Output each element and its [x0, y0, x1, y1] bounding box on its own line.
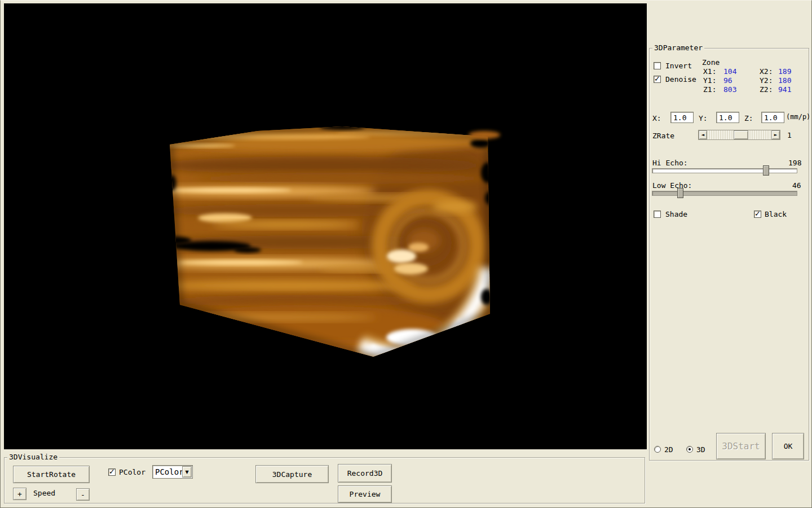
- pcolor-label: PColor: [119, 468, 145, 476]
- scale-z-input[interactable]: 1.0: [761, 112, 784, 123]
- scale-unit-label: (mm/p): [786, 113, 810, 121]
- zone-x1-label: X1:: [703, 67, 716, 76]
- zone-z2-value: 941: [778, 85, 791, 94]
- pcolor-dropdown-value: PColor: [155, 467, 184, 476]
- scale-z-label: Z:: [744, 114, 753, 122]
- scale-x-input[interactable]: 1.0: [670, 112, 694, 123]
- low-echo-thumb[interactable]: [677, 188, 683, 198]
- zrate-value: 1: [787, 131, 792, 139]
- zone-y1-label: Y1:: [703, 76, 716, 85]
- zone-x2-value: 189: [778, 67, 791, 76]
- check-icon: ✓: [109, 467, 115, 476]
- visualize-group-label: 3DVisualize: [7, 453, 59, 462]
- mode-2d-label: 2D: [664, 445, 673, 454]
- scale-y-value: 1.0: [719, 113, 732, 122]
- shade-label: Shade: [665, 210, 687, 218]
- black-checkbox[interactable]: ✓: [754, 211, 761, 218]
- speed-label: Speed: [33, 489, 55, 497]
- preview-button[interactable]: Preview: [338, 485, 392, 503]
- zone-z1-label: Z1:: [703, 85, 716, 94]
- pcolor-checkbox[interactable]: ✓: [108, 468, 116, 476]
- mode-2d-radio[interactable]: [654, 446, 661, 453]
- scale-x-value: 1.0: [673, 113, 686, 122]
- start-rotate-button[interactable]: StartRotate: [13, 466, 90, 483]
- zrate-scrollbar[interactable]: ◄ ►: [698, 130, 780, 140]
- pcolor-dropdown[interactable]: PColor ▼: [152, 465, 193, 479]
- application-window: 3DParameter ✓ Invert ✓ Denoise Zone X1: …: [0, 0, 812, 508]
- zone-z2-label: Z2:: [760, 85, 773, 94]
- low-echo-value: 46: [792, 181, 801, 190]
- low-echo-track[interactable]: [652, 191, 797, 196]
- mode-3d-radio[interactable]: [686, 446, 693, 453]
- invert-checkbox[interactable]: ✓: [654, 62, 661, 69]
- mode-3d-label: 3D: [696, 445, 705, 454]
- hi-echo-value: 198: [788, 159, 801, 167]
- 3dcapture-button[interactable]: 3DCapture: [255, 465, 329, 483]
- 3dstart-button[interactable]: 3DStart: [716, 433, 766, 459]
- check-icon: ✓: [754, 209, 761, 218]
- zone-label: Zone: [702, 58, 720, 67]
- zone-y2-value: 180: [778, 76, 791, 85]
- denoise-checkbox[interactable]: ✓: [654, 76, 661, 83]
- denoise-label: Denoise: [665, 75, 696, 84]
- invert-label: Invert: [665, 62, 692, 70]
- black-label: Black: [765, 210, 787, 218]
- check-icon: ✓: [654, 75, 660, 83]
- zrate-right-arrow-icon[interactable]: ►: [771, 130, 780, 139]
- scale-z-value: 1.0: [764, 113, 777, 122]
- zrate-thumb[interactable]: [734, 130, 748, 139]
- zone-z1-value: 803: [723, 85, 736, 94]
- volume-render: [4, 3, 647, 449]
- speed-minus-button[interactable]: -: [76, 488, 90, 501]
- hi-echo-track[interactable]: [652, 168, 797, 173]
- zone-y1-value: 96: [723, 76, 732, 85]
- render-viewport[interactable]: [4, 3, 647, 449]
- zone-y2-label: Y2:: [760, 76, 773, 85]
- zrate-label: ZRate: [652, 132, 674, 140]
- parameter-group-label: 3DParameter: [652, 43, 704, 52]
- zrate-left-arrow-icon[interactable]: ◄: [699, 130, 707, 139]
- scale-y-input[interactable]: 1.0: [716, 112, 739, 123]
- low-echo-label: Low Echo:: [652, 181, 692, 190]
- scale-x-label: X:: [652, 114, 661, 122]
- scale-y-label: Y:: [699, 114, 708, 122]
- chevron-down-icon[interactable]: ▼: [182, 466, 192, 478]
- parameter-group: 3DParameter ✓ Invert ✓ Denoise Zone X1: …: [649, 48, 809, 461]
- visualize-group: 3DVisualize StartRotate ✓ PColor PColor …: [4, 457, 645, 503]
- zone-x1-value: 104: [723, 67, 736, 76]
- hi-echo-label: Hi Echo:: [652, 159, 688, 167]
- shade-checkbox[interactable]: ✓: [654, 211, 661, 218]
- ok-button[interactable]: OK: [772, 433, 804, 459]
- speed-plus-button[interactable]: +: [13, 488, 27, 500]
- hi-echo-thumb[interactable]: [763, 165, 769, 176]
- record3d-button[interactable]: Record3D: [338, 464, 392, 483]
- zone-x2-label: X2:: [760, 67, 773, 76]
